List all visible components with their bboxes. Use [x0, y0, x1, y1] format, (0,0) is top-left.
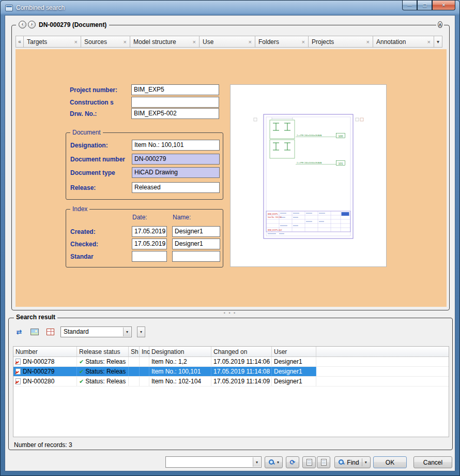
page-icon: [306, 459, 312, 466]
cancel-button[interactable]: Cancel: [413, 456, 452, 468]
refresh-button[interactable]: ⟳: [286, 456, 299, 468]
standard-date-field[interactable]: [132, 251, 167, 262]
maximize-button[interactable]: ▢: [417, 1, 432, 10]
chevron-down-icon[interactable]: ▾: [365, 460, 367, 465]
row-designation: Item No.: 100,101: [149, 367, 211, 376]
item-marker-1: 100: [338, 135, 343, 138]
document-type-field[interactable]: HiCAD Drawing: [132, 167, 220, 178]
document-icon: [16, 359, 21, 365]
search-result-title: Search result: [14, 314, 57, 321]
quick-search-combobox[interactable]: ▾: [165, 456, 262, 468]
window-title: Combined search: [16, 4, 65, 11]
document-group: Document Designation: Item No.: 100,101 …: [66, 132, 223, 200]
close-button[interactable]: ✕: [432, 1, 455, 10]
panel-splitter[interactable]: • • •: [5, 310, 455, 317]
document-number-field[interactable]: DN-000279: [132, 154, 220, 165]
load-search-button[interactable]: [29, 326, 40, 337]
tab-close-icon[interactable]: ×: [362, 39, 370, 45]
chevron-down-icon[interactable]: ▾: [123, 328, 131, 336]
calendar-dropdown-icon[interactable]: ▾: [163, 243, 165, 247]
standard-name-field[interactable]: [172, 251, 220, 262]
tab-annotation[interactable]: Annotation ×: [373, 36, 434, 48]
split-divider: [362, 458, 362, 466]
index-group: Index Date: Name: Created: 17.05.2019▾ D…: [66, 209, 223, 267]
row-user: Designer1: [272, 367, 316, 376]
tab-strip: « Targets × Sources × Model structure × …: [16, 36, 447, 48]
tab-sources[interactable]: Sources ×: [81, 36, 130, 48]
created-date-field[interactable]: 17.05.2019▾: [132, 226, 167, 237]
construction-section-label: Construction s: [70, 99, 130, 106]
collapse-button[interactable]: ∧: [438, 21, 442, 28]
created-name-field[interactable]: Designer1: [172, 226, 220, 237]
calendar-dropdown-icon[interactable]: ▾: [163, 230, 165, 234]
row-user: Designer1: [272, 377, 316, 386]
column-header-inc[interactable]: Inc: [140, 347, 149, 356]
release-field[interactable]: Released: [132, 182, 220, 193]
tab-scroll-button[interactable]: «: [16, 36, 24, 48]
column-header-sh[interactable]: Sh: [129, 347, 140, 356]
document-action-button-1[interactable]: [302, 456, 316, 468]
ok-button-label: OK: [386, 459, 394, 466]
created-label: Created:: [70, 228, 130, 235]
tab-close-icon[interactable]: ×: [244, 39, 252, 45]
checked-label: Checked:: [70, 241, 130, 248]
next-record-button[interactable]: ›: [28, 21, 36, 28]
title-bar[interactable]: Combined search: [1, 1, 459, 15]
tab-close-icon[interactable]: ×: [189, 39, 196, 45]
beam-annotation-2: 1 x IPE 240x1000x0S/A/A: [297, 161, 321, 164]
row-number: DN-000280: [23, 378, 54, 385]
tab-close-icon[interactable]: ×: [423, 39, 431, 45]
column-header-release-status[interactable]: Release status: [77, 347, 129, 356]
project-number-field[interactable]: BIM_EXP5: [131, 84, 219, 95]
tab-projects[interactable]: Projects ×: [308, 36, 373, 48]
tab-label: Model structure: [133, 38, 176, 46]
project-number-label: Project number:: [70, 86, 130, 94]
delete-search-button[interactable]: [45, 326, 55, 337]
tab-overflow-menu-button[interactable]: ▾: [434, 36, 442, 48]
drawing-number-field[interactable]: BIM_EXP5-002: [131, 108, 219, 119]
document-action-button-2[interactable]: [317, 456, 330, 468]
panel-title: DN-000279 (Document): [37, 21, 106, 28]
table-row[interactable]: DN-000278 ✔Status: Releas Item No.: 1,2 …: [13, 357, 449, 367]
construction-section-field[interactable]: [131, 97, 219, 108]
column-header-user[interactable]: User: [272, 347, 316, 356]
tab-label: Projects: [312, 38, 334, 46]
column-header-designation[interactable]: Designation: [149, 347, 211, 356]
row-designation: Item No.: 1,2: [149, 357, 211, 366]
checked-date-field[interactable]: 17.05.2019▾: [132, 239, 167, 249]
tab-close-icon[interactable]: ×: [119, 39, 127, 45]
sheet-item-text: Item No.: 100,101: [268, 216, 282, 218]
table-row-selected[interactable]: DN-000279 ✔Status: Releas Item No.: 100,…: [13, 367, 449, 377]
index-group-title: Index: [70, 205, 89, 213]
view-options-dropdown-button[interactable]: ▾: [137, 326, 145, 337]
drawing-preview-image: 1 x IPE 240x1000x0S/A/A 100 1 x IPE 240x…: [231, 85, 386, 266]
released-check-icon: ✔: [79, 378, 84, 385]
table-row[interactable]: DN-000280 ✔Status: Releas Item No.: 102-…: [13, 377, 449, 386]
tab-close-icon[interactable]: ×: [298, 39, 305, 45]
tab-targets[interactable]: Targets ×: [23, 36, 81, 48]
apply-search-button[interactable]: ⇄: [14, 326, 24, 337]
previous-record-button[interactable]: ‹: [19, 21, 26, 28]
search-result-panel: Search result ⇄ Standard ▾ ▾ Number Rele…: [8, 318, 453, 450]
document-group-title: Document: [70, 129, 103, 136]
drawing-preview: 1 x IPE 240x1000x0S/A/A 100 1 x IPE 240x…: [230, 84, 387, 267]
tab-close-icon[interactable]: ×: [70, 39, 78, 45]
row-user: Designer1: [272, 357, 316, 366]
drawing-number-label: Drw. No.:: [70, 110, 130, 117]
chevron-down-icon[interactable]: ▾: [253, 457, 260, 467]
column-header-changed-on[interactable]: Changed on: [211, 347, 272, 356]
ok-button[interactable]: OK: [373, 456, 407, 468]
refresh-icon: ⟳: [290, 458, 296, 466]
checked-name-field[interactable]: Designer1: [172, 239, 220, 249]
minimize-button[interactable]: —: [402, 1, 417, 10]
search-options-button[interactable]: ▾: [265, 456, 283, 468]
result-view-combobox[interactable]: Standard ▾: [60, 326, 132, 337]
tab-model-structure[interactable]: Model structure ×: [130, 36, 200, 48]
designation-field[interactable]: Item No.: 100,101: [132, 140, 220, 151]
find-button[interactable]: Find ▾: [334, 456, 371, 468]
tab-folders[interactable]: Folders ×: [255, 36, 309, 48]
sheet-drawing-number-text: BIM_EXP5-002: [268, 229, 282, 231]
tab-use[interactable]: Use ×: [199, 36, 255, 48]
row-status: Status: Releas: [85, 378, 126, 385]
column-header-number[interactable]: Number: [13, 347, 77, 356]
